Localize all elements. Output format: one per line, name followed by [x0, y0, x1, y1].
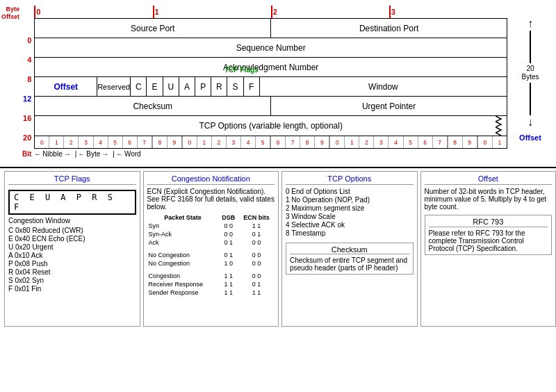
byte-ruler-label: Byte	[86, 150, 100, 158]
bit-12: 2	[212, 136, 227, 148]
rfc-text: Please refer to RFC 793 for the complete…	[429, 229, 548, 252]
cell-flag-s: S	[227, 77, 243, 96]
flag-p: P 0x08 Push	[8, 260, 136, 268]
bit-13: 3	[227, 136, 241, 148]
cell-flag-a: A	[179, 77, 195, 96]
offset-16: 16	[23, 108, 31, 128]
bit-3: 3	[79, 136, 93, 148]
bit-9: 9	[167, 136, 183, 148]
bit-major-3: 3	[389, 6, 507, 18]
panel-offset: Offset Number of 32-bit words in TCP hea…	[420, 171, 557, 327]
option-2: 2 Maximum segment size	[286, 204, 414, 212]
row-options: TCP Options (variable length, optional)	[35, 116, 507, 136]
col-ecn-bits: ECN bits	[238, 213, 275, 222]
offset-right-label: Offset	[519, 133, 541, 142]
cell-urgent: Urgent Pointer	[271, 97, 507, 115]
bit-23: 3	[374, 136, 389, 148]
cell-flag-u: U	[163, 77, 179, 96]
cell-options: TCP Options (variable length, optional)	[35, 116, 507, 136]
congestion-desc: ECN (Explicit Congestion Notification). …	[147, 188, 275, 211]
congestion-table: Packet State DSB ECN bits Syn0 01 1 Syn-…	[147, 213, 275, 297]
cell-flag-e: E	[147, 77, 163, 96]
options-list: 0 End of Options List 1 No Operation (NO…	[286, 188, 414, 237]
bit-11: 1	[197, 136, 212, 148]
bit-22: 2	[359, 136, 374, 148]
bit-0: 0	[35, 136, 49, 148]
bit-29: 9	[463, 136, 478, 148]
cell-window: Window	[260, 77, 507, 96]
tcp-header-grid: Source Port Destination Port Sequence Nu…	[34, 18, 507, 136]
option-4: 4 Selective ACK ok	[286, 221, 414, 229]
rfc-box: RFC 793 Please refer to RFC 793 for the …	[425, 215, 553, 255]
grid-section: 0 1 2 3 Source Port Destination Port Seq…	[34, 6, 507, 160]
bit-5: 5	[108, 136, 123, 148]
table-row: Syn0 01 1	[147, 222, 275, 230]
row-checksum: Checksum Urgent Pointer	[35, 97, 507, 116]
flag-c: C 0x80 Reduced (CWR)	[8, 227, 136, 234]
flags-list: C 0x80 Reduced (CWR) E 0x40 ECN Echo (EC…	[8, 227, 136, 293]
bit-10: 0	[183, 136, 197, 148]
flag-s: S 0x02 Syn	[8, 277, 136, 284]
option-3: 3 Window Scale	[286, 213, 414, 220]
diagram-wrapper: 0 4 8 12 16 20 Bit 0 1 2 3 Source Port	[22, 6, 549, 160]
cell-offset: Offset	[35, 77, 97, 96]
flag-u: U 0x20 Urgent	[8, 243, 136, 251]
bit-8: 8	[153, 136, 167, 148]
table-row: Syn-Ack0 00 1	[147, 230, 275, 238]
bit-numbers-row: 0 1 2 3 4 5 6 7 8 9 0 1 2 3 4 5 6 7 8 9	[34, 136, 507, 149]
rfc-title: RFC 793	[429, 218, 548, 227]
table-row: Congestion1 10 0	[147, 272, 275, 280]
nibble-label: Nibble	[42, 150, 62, 158]
bit-label: Bit	[22, 147, 31, 160]
table-row: Receiver Response1 10 1	[147, 280, 275, 288]
row-sequence: Sequence Number	[35, 38, 507, 58]
bit-28: 8	[448, 136, 463, 148]
bit-14: 4	[241, 136, 256, 148]
word-ruler-label: Word	[124, 150, 141, 158]
flag-f: F 0x01 Fin	[8, 285, 136, 293]
right-annotations: ↑ 20Bytes ↓ Offset	[507, 6, 549, 160]
tcp-flags-label-diagram: TCP Flags	[182, 66, 300, 74]
table-row: Ack0 10 0	[147, 238, 275, 247]
cell-dest-port: Destination Port	[271, 19, 507, 38]
table-row: No Congestion0 10 0	[147, 251, 275, 259]
panel-congestion: Congestion Notification ECN (Explicit Co…	[143, 171, 279, 327]
bit-26: 6	[418, 136, 433, 148]
checksum-desc: Checksum of entire TCP segment and pseud…	[290, 256, 409, 272]
bit-1: 1	[49, 136, 64, 148]
offset-0: 0	[27, 31, 31, 50]
ruler-row: ← Nibble → | ← Byte → | ← Word	[34, 150, 507, 158]
cell-flag-r: R	[211, 77, 227, 96]
col-dsb: DSB	[218, 213, 238, 222]
bit-19: 9	[315, 136, 330, 148]
left-labels: 0 4 8 12 16 20 Bit	[22, 6, 34, 160]
bit-16: 6	[271, 136, 286, 148]
offset-20: 20	[23, 128, 31, 147]
bit-18: 8	[300, 136, 315, 148]
cell-flag-f: F	[244, 77, 260, 96]
bit-30: 0	[478, 136, 493, 148]
checksum-box: Checksum Checksum of entire TCP segment …	[286, 243, 414, 275]
cell-flag-c: C	[131, 77, 147, 96]
cell-seq-num: Sequence Number	[35, 38, 507, 57]
flag-a: A 0x10 Ack	[8, 252, 136, 259]
checksum-title: Checksum	[290, 245, 409, 254]
offset-4: 4	[27, 50, 31, 70]
col-packet-state: Packet State	[147, 213, 219, 222]
bit-15: 5	[256, 136, 271, 148]
table-row: Sender Response1 11 1	[147, 288, 275, 297]
cell-checksum: Checksum	[35, 97, 271, 115]
flag-r: R 0x04 Reset	[8, 268, 136, 276]
offset-desc: Number of 32-bit words in TCP header, mi…	[425, 188, 553, 211]
bit-20: 0	[330, 136, 345, 148]
offset-8: 8	[27, 70, 31, 89]
cell-reserved: Reserved	[97, 77, 131, 96]
panel-tcp-flags: TCP Flags C E U A P R S F Congestion Win…	[4, 171, 140, 327]
cell-flag-p: P	[195, 77, 211, 96]
panel-tcp-options: TCP Options 0 End of Options List 1 No O…	[281, 171, 418, 327]
option-0: 0 End of Options List	[286, 188, 414, 195]
twenty-bytes-brace: ↑ 20Bytes ↓	[521, 18, 539, 128]
bit-21: 1	[345, 136, 359, 148]
cell-source-port: Source Port	[35, 19, 271, 38]
offset-12: 12	[23, 89, 31, 108]
